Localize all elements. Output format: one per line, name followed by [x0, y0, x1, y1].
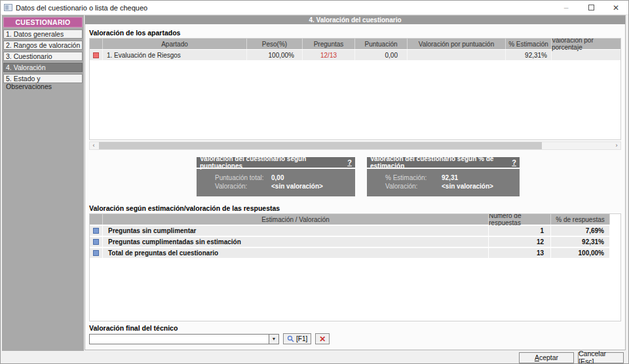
- apartados-col-puntuacion[interactable]: Puntuación: [355, 39, 408, 49]
- apartado-name: 1. Evaluación de Riesgos: [103, 50, 247, 60]
- apartados-table-header: Apartado Peso(%) Preguntas Puntuación Va…: [90, 39, 620, 49]
- app-icon: [4, 4, 12, 11]
- respuestas-col-icon: [90, 214, 103, 225]
- respuestas-section-title: Valoración según estimación/valoración d…: [89, 204, 621, 212]
- respuestas-row-label: Total de preguntas del cuestionario: [103, 248, 489, 258]
- apartado-preguntas: 12/13: [303, 50, 355, 60]
- apartados-col-val-puntuacion[interactable]: Valoración por puntuación: [408, 39, 506, 49]
- f1-label: [F1]: [296, 335, 307, 342]
- respuestas-table-header: Estimación / Valoración Número de respue…: [90, 214, 620, 225]
- dialog-window: Datos del cuestionario o lista de cheque…: [0, 0, 629, 364]
- panel-puntuaciones: Valoración del cuestionario según puntua…: [197, 157, 355, 196]
- sidebar-item-estado-observaciones[interactable]: 5. Estado y Observaciones: [3, 74, 83, 83]
- search-f1-button[interactable]: [F1]: [283, 333, 311, 344]
- table-row[interactable]: Preguntas cumplimentadas sin estimación …: [90, 237, 620, 247]
- main-panel: 4. Valoración del cuestionario Valoració…: [85, 15, 626, 350]
- respuestas-col-spacer: [610, 214, 620, 225]
- cancel-button[interactable]: Cancelar [Esc]: [578, 352, 624, 363]
- sidebar-item-valoracion[interactable]: 4. Valoración: [3, 63, 83, 72]
- panel-puntuaciones-title: Valoración del cuestionario según puntua…: [200, 155, 347, 170]
- combobox-value[interactable]: [90, 335, 269, 344]
- help-icon[interactable]: ?: [512, 158, 516, 166]
- sidebar: CUESTIONARIO 1. Datos generales 2. Rango…: [2, 15, 84, 351]
- table-row[interactable]: Total de preguntas del cuestionario 13 1…: [90, 248, 620, 258]
- table-row[interactable]: 1. Evaluación de Riesgos 100,00% 12/13 0…: [90, 50, 620, 60]
- sidebar-item-cuestionario[interactable]: 3. Cuestionario: [3, 52, 83, 61]
- valoracion-label: Valoración:: [215, 183, 271, 190]
- footer-bar: Aceptar Cancelar [Esc]: [1, 351, 628, 364]
- minimize-button[interactable]: –: [554, 1, 579, 14]
- panel-estimacion-title: Valoración del cuestionario según % de e…: [370, 155, 512, 170]
- scrollbar-thumb[interactable]: [99, 142, 542, 149]
- chevron-down-icon[interactable]: ▼: [269, 335, 278, 344]
- apartados-col-preguntas[interactable]: Preguntas: [303, 39, 355, 49]
- close-button[interactable]: ✕: [603, 1, 628, 14]
- sidebar-item-datos-generales[interactable]: 1. Datos generales: [3, 29, 83, 39]
- panel-estimacion: Valoración del cuestionario según % de e…: [367, 157, 520, 196]
- respuestas-col-numero[interactable]: Número de respuestas: [489, 214, 551, 225]
- window-title: Datos del cuestionario o lista de cheque…: [16, 4, 147, 12]
- search-icon: [287, 335, 294, 342]
- horizontal-scrollbar[interactable]: ‹ ›: [89, 141, 621, 150]
- scroll-left-arrow-icon[interactable]: ‹: [90, 142, 98, 149]
- help-icon[interactable]: ?: [347, 158, 352, 166]
- maximize-icon: [588, 5, 594, 10]
- valoracion-final-combobox[interactable]: ▼: [89, 334, 279, 344]
- apartados-col-val-porcentaje[interactable]: Valoración por porcentaje: [552, 39, 620, 49]
- respuestas-row-label: Preguntas sin cumplimentar: [103, 226, 489, 236]
- apartados-col-icon: [90, 39, 103, 49]
- accept-button[interactable]: Aceptar: [519, 352, 574, 363]
- respuestas-blue-square-icon: [93, 228, 99, 234]
- respuestas-col-porcentaje[interactable]: % de respuestas: [551, 214, 610, 225]
- sidebar-item-rangos-valoracion[interactable]: 2. Rangos de valoración: [3, 41, 83, 50]
- respuestas-row-numero: 1: [489, 226, 551, 236]
- apartados-table: Apartado Peso(%) Preguntas Puntuación Va…: [89, 38, 621, 140]
- respuestas-row-porcentaje: 100,00%: [551, 248, 610, 258]
- estimacion-pct-value: 92,31: [442, 174, 458, 181]
- scroll-right-arrow-icon[interactable]: ›: [613, 142, 620, 149]
- apartados-col-estimacion[interactable]: % Estimación: [506, 39, 552, 49]
- respuestas-blue-square-icon: [93, 250, 99, 256]
- apartados-col-peso[interactable]: Peso(%): [247, 39, 303, 49]
- table-row[interactable]: Preguntas sin cumplimentar 1 7,69%: [90, 226, 620, 236]
- puntuacion-total-value: 0,00: [271, 174, 284, 181]
- apartado-red-square-icon: [93, 52, 99, 58]
- apartado-val-porcentaje: [552, 50, 620, 60]
- valoracion-value: <sin valoración>: [442, 183, 493, 190]
- apartado-puntuacion: 0,00: [355, 50, 408, 60]
- valoracion-label: Valoración:: [385, 183, 442, 190]
- respuestas-row-porcentaje: 92,31%: [551, 237, 610, 247]
- page-title: 4. Valoración del cuestionario: [85, 16, 625, 24]
- scrollbar-track[interactable]: [98, 142, 613, 149]
- apartado-estimacion: 92,31%: [506, 50, 552, 60]
- apartados-col-apartado[interactable]: Apartado: [103, 39, 247, 49]
- clear-selection-button[interactable]: ✕: [315, 333, 330, 344]
- respuestas-col-label[interactable]: Estimación / Valoración: [103, 214, 489, 225]
- title-bar: Datos del cuestionario o lista de cheque…: [1, 1, 628, 15]
- apartados-section-title: Valoración de los apartados: [89, 29, 621, 37]
- maximize-button[interactable]: [579, 1, 603, 14]
- red-x-icon: ✕: [319, 335, 326, 343]
- puntuacion-total-label: Puntuación total:: [215, 174, 271, 181]
- respuestas-table: Estimación / Valoración Número de respue…: [89, 213, 621, 321]
- apartado-val-puntuacion: [408, 50, 506, 60]
- respuestas-row-label: Preguntas cumplimentadas sin estimación: [103, 237, 489, 247]
- estimacion-pct-label: % Estimación:: [385, 174, 442, 181]
- accept-label: Aceptar: [535, 354, 558, 361]
- sidebar-header: CUESTIONARIO: [3, 17, 83, 27]
- apartado-peso: 100,00%: [247, 50, 303, 60]
- respuestas-row-numero: 13: [489, 248, 551, 258]
- respuestas-row-porcentaje: 7,69%: [551, 226, 610, 236]
- respuestas-row-numero: 12: [489, 237, 551, 247]
- respuestas-blue-square-icon: [93, 239, 99, 245]
- valoracion-value: <sin valoración>: [271, 183, 323, 190]
- valoracion-final-label: Valoración final del técnico: [89, 324, 621, 332]
